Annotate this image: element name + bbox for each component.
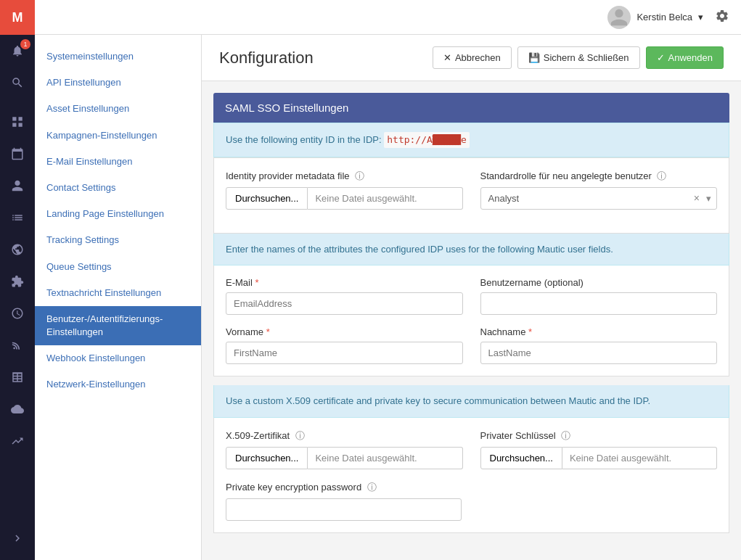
cert-filename: Keine Datei ausgewählt. <box>308 447 462 469</box>
lastname-group: Nachname * <box>480 326 718 364</box>
lastname-label: Nachname * <box>480 326 718 337</box>
nav-tracking-settings[interactable]: Tracking Settings <box>35 227 201 253</box>
key-info-icon[interactable]: ⓘ <box>561 430 570 441</box>
user-chevron: ▾ <box>698 12 703 22</box>
nav-bell[interactable]: 1 <box>0 35 35 67</box>
key-file-input: Durchsuchen... Keine Datei ausgewählt. <box>480 447 718 469</box>
password-label: Private key encryption password ⓘ <box>226 481 717 494</box>
entity-id-url: http://A▓▓▓▓▓e <box>384 132 470 148</box>
cert-label: X.509-Zertifikat ⓘ <box>226 429 463 442</box>
metadata-section: Identity provider metadata file ⓘ Durchs… <box>213 157 729 234</box>
nav-cloud[interactable] <box>0 393 35 425</box>
cert-group: X.509-Zertifikat ⓘ Durchsuchen... Keine … <box>226 429 463 469</box>
nav-webhook[interactable]: Webhook Einstellungen <box>35 345 201 371</box>
nav-asset[interactable]: Asset Einstellungen <box>35 96 201 122</box>
firstname-required: * <box>266 326 270 337</box>
save-close-button[interactable]: 💾 Sichern & Schließen <box>517 46 640 69</box>
page-header: Konfiguration ✕ Abbrechen 💾 Sichern & Sc… <box>202 35 741 81</box>
firstname-label: Vorname * <box>226 326 463 337</box>
nav-queue[interactable]: Queue Settings <box>35 254 201 280</box>
user-name: Kerstin Belca <box>636 12 692 22</box>
nav-trending[interactable] <box>0 425 35 457</box>
page-actions: ✕ Abbrechen 💾 Sichern & Schließen ✓ Anwe… <box>433 46 724 69</box>
email-required: * <box>255 277 258 288</box>
role-info-icon[interactable]: ⓘ <box>657 170 666 181</box>
lastname-input[interactable] <box>480 342 718 364</box>
cancel-icon: ✕ <box>443 52 451 63</box>
firstname-group: Vorname * <box>226 326 463 364</box>
firstname-input[interactable] <box>226 342 463 364</box>
metadata-info-icon[interactable]: ⓘ <box>355 170 364 181</box>
nav-calendar[interactable] <box>0 138 35 170</box>
user-menu[interactable]: Kerstin Belca ▾ <box>607 6 703 29</box>
role-select-group: Analyst × ▾ <box>480 187 718 210</box>
nav-rss[interactable] <box>0 329 35 361</box>
key-browse-button[interactable]: Durchsuchen... <box>480 447 562 469</box>
username-label: Benutzername (optional) <box>480 277 718 288</box>
key-group: Privater Schlüssel ⓘ Durchsuchen... Kein… <box>480 429 718 469</box>
email-label: E-Mail * <box>226 277 463 288</box>
attributes-info-box: Enter the names of the attributes the co… <box>213 234 729 266</box>
nav-globe[interactable] <box>0 234 35 265</box>
metadata-browse-button[interactable]: Durchsuchen... <box>226 187 308 210</box>
role-select[interactable]: Analyst <box>480 187 718 210</box>
save-icon: 💾 <box>528 52 540 63</box>
page-title: Konfiguration <box>219 49 314 67</box>
password-group: Private key encryption password ⓘ <box>226 481 717 521</box>
icon-sidebar: M 1 <box>0 0 35 560</box>
nav-puzzle[interactable] <box>0 265 35 297</box>
email-username-section: E-Mail * Benutzername (optional) <box>213 265 729 376</box>
cert-browse-button[interactable]: Durchsuchen... <box>226 447 308 469</box>
role-label: Standardrolle für neu angelegte benutzer… <box>480 170 718 183</box>
nav-email[interactable]: E-Mail Einstellungen <box>35 149 201 175</box>
apply-button[interactable]: ✓ Anwenden <box>646 46 724 69</box>
metadata-filename: Keine Datei ausgewählt. <box>308 187 462 210</box>
nav-kampagnen[interactable]: Kampagnen-Einstellungen <box>35 123 201 149</box>
check-icon: ✓ <box>657 52 665 63</box>
nav-api[interactable]: API Einstellungen <box>35 70 201 96</box>
left-navigation: Systemeinstellungen API Einstellungen As… <box>35 35 202 560</box>
nav-user[interactable] <box>0 170 35 202</box>
metadata-file-input: Durchsuchen... Keine Datei ausgewählt. <box>226 187 463 210</box>
role-group: Standardrolle für neu angelegte benutzer… <box>480 170 718 210</box>
nav-landing-page[interactable]: Landing Page Einstellungen <box>35 201 201 227</box>
email-input[interactable] <box>226 292 463 315</box>
nav-search[interactable] <box>0 67 35 99</box>
top-bar: Kerstin Belca ▾ <box>35 0 741 35</box>
settings-gear[interactable] <box>715 9 729 25</box>
nav-systemeinstellungen[interactable]: Systemeinstellungen <box>35 44 201 70</box>
cert-file-input: Durchsuchen... Keine Datei ausgewählt. <box>226 447 463 469</box>
nav-netzwerk[interactable]: Netzwerk-Einstellungen <box>35 371 201 398</box>
metadata-label: Identity provider metadata file ⓘ <box>226 170 463 183</box>
password-input[interactable] <box>226 498 462 521</box>
nav-table[interactable] <box>0 361 35 393</box>
entity-id-info-box: Use the following entity ID in the IDP: … <box>213 123 729 157</box>
cert-key-section: X.509-Zertifikat ⓘ Durchsuchen... Keine … <box>213 418 729 533</box>
nav-benutzer[interactable]: Benutzer-/Autentifizierungs-Einstellunge… <box>35 306 201 345</box>
cert-info-icon[interactable]: ⓘ <box>295 430 305 441</box>
app-logo[interactable]: M <box>0 0 35 35</box>
username-group: Benutzername (optional) <box>480 277 718 315</box>
username-input[interactable] <box>480 292 718 315</box>
config-panel: SAML SSO Einstellungen Use the following… <box>202 81 741 545</box>
role-clear-icon[interactable]: × <box>694 192 700 204</box>
cert-info-box: Use a custom X.509 certificate and priva… <box>213 385 729 418</box>
lastname-required: * <box>528 326 532 337</box>
nav-clock[interactable] <box>0 297 35 329</box>
nav-textnachricht[interactable]: Textnachricht Einstellungen <box>35 280 201 306</box>
nav-grid[interactable] <box>0 106 35 138</box>
nav-chart[interactable] <box>0 202 35 234</box>
password-info-icon[interactable]: ⓘ <box>367 482 377 493</box>
nav-expand[interactable] <box>0 522 35 554</box>
saml-section-header: SAML SSO Einstellungen <box>213 93 729 123</box>
bell-badge: 1 <box>20 39 30 49</box>
cancel-button[interactable]: ✕ Abbrechen <box>433 46 512 69</box>
key-filename: Keine Datei ausgewählt. <box>562 447 717 469</box>
key-label: Privater Schlüssel ⓘ <box>480 429 718 442</box>
avatar <box>607 6 631 29</box>
metadata-group: Identity provider metadata file ⓘ Durchs… <box>226 170 463 210</box>
email-group: E-Mail * <box>226 277 463 315</box>
nav-contact-settings[interactable]: Contact Settings <box>35 175 201 201</box>
main-content: Konfiguration ✕ Abbrechen 💾 Sichern & Sc… <box>202 35 741 560</box>
